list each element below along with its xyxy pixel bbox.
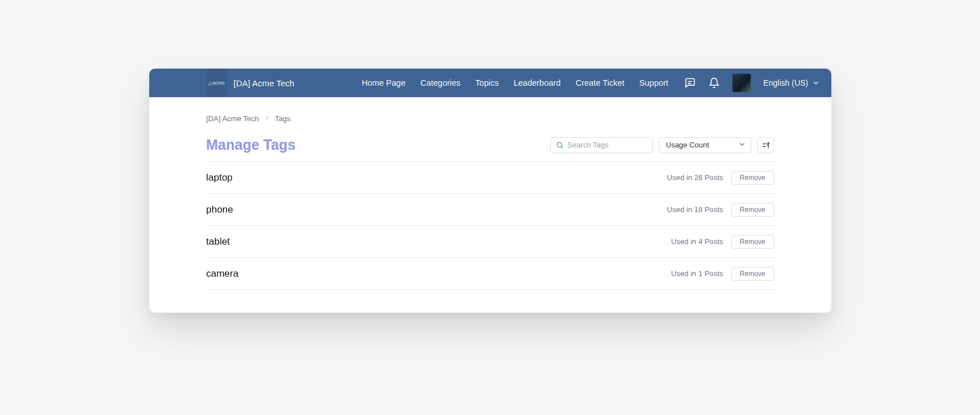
search-input[interactable] — [550, 137, 653, 153]
remove-button[interactable]: Remove — [731, 171, 774, 185]
language-selector[interactable]: English (US) — [763, 78, 820, 87]
nav-home-page[interactable]: Home Page — [362, 78, 406, 87]
tag-row-actions: Used in 18 Posts Remove — [667, 203, 774, 217]
tag-row: phone Used in 18 Posts Remove — [206, 194, 774, 226]
tag-usage: Used in 18 Posts — [667, 205, 723, 214]
tag-row-actions: Used in 4 Posts Remove — [671, 235, 774, 249]
tag-usage: Used in 4 Posts — [671, 237, 723, 246]
brand-logo[interactable]: acme — [206, 69, 227, 97]
topbar-actions: English (US) — [684, 74, 820, 92]
tag-name: laptop — [206, 172, 233, 183]
topbar: acme [DA] Acme Tech Home Page Categories… — [149, 69, 831, 97]
brand-logo-text: acme — [208, 80, 225, 86]
sort-select-label: Usage Count — [666, 141, 710, 149]
breadcrumb-current: Tags — [275, 114, 290, 123]
breadcrumb: [DA] Acme Tech Tags — [206, 114, 774, 123]
main-nav: Home Page Categories Topics Leaderboard … — [362, 78, 668, 87]
chevron-right-icon — [264, 114, 270, 123]
brand-name[interactable]: [DA] Acme Tech — [234, 78, 294, 88]
chevron-down-icon — [738, 140, 746, 150]
tag-usage: Used in 1 Posts — [671, 269, 723, 278]
page-title: Manage Tags — [206, 137, 296, 153]
sort-select[interactable]: Usage Count — [659, 137, 751, 153]
page-content: [DA] Acme Tech Tags Manage Tags Usage Co… — [149, 97, 831, 313]
nav-create-ticket[interactable]: Create Ticket — [576, 78, 624, 87]
tag-row: tablet Used in 4 Posts Remove — [206, 226, 774, 258]
remove-button[interactable]: Remove — [731, 203, 774, 217]
remove-button[interactable]: Remove — [731, 267, 774, 281]
search-wrap — [550, 137, 653, 153]
breadcrumb-root[interactable]: [DA] Acme Tech — [206, 114, 259, 123]
tag-row-actions: Used in 1 Posts Remove — [671, 267, 774, 281]
language-label: English (US) — [763, 78, 808, 87]
sort-direction-button[interactable] — [757, 137, 774, 153]
tag-name: camera — [206, 268, 239, 280]
messages-icon[interactable] — [684, 77, 696, 89]
nav-topics[interactable]: Topics — [475, 78, 499, 87]
tag-usage: Used in 26 Posts — [667, 173, 723, 182]
controls: Usage Count — [550, 137, 774, 153]
title-row: Manage Tags Usage Count — [206, 137, 774, 162]
bell-icon[interactable] — [708, 77, 720, 89]
tag-row: laptop Used in 26 Posts Remove — [206, 162, 774, 194]
tag-name: phone — [206, 204, 233, 216]
nav-support[interactable]: Support — [639, 78, 668, 87]
nav-leaderboard[interactable]: Leaderboard — [513, 78, 560, 87]
chevron-down-icon — [812, 79, 820, 87]
tag-list: laptop Used in 26 Posts Remove phone Use… — [206, 162, 774, 290]
nav-categories[interactable]: Categories — [420, 78, 460, 87]
sort-icon — [762, 141, 770, 149]
tag-row-actions: Used in 26 Posts Remove — [667, 171, 774, 185]
tag-row: camera Used in 1 Posts Remove — [206, 258, 774, 290]
remove-button[interactable]: Remove — [731, 235, 774, 249]
app-card: acme [DA] Acme Tech Home Page Categories… — [149, 69, 831, 313]
tag-name: tablet — [206, 236, 230, 248]
avatar[interactable] — [732, 74, 751, 92]
